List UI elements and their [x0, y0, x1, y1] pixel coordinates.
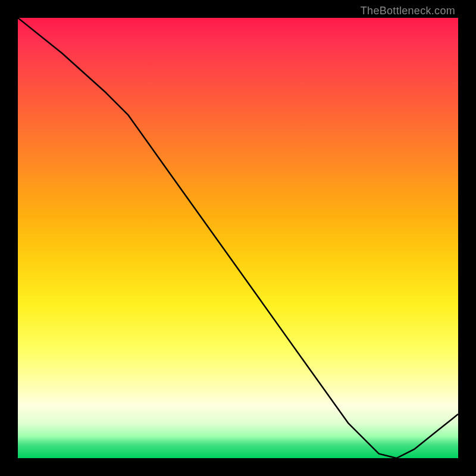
plot-area [18, 18, 458, 458]
chart-container: TheBottleneck.com [0, 0, 476, 476]
watermark-text: TheBottleneck.com [361, 5, 455, 17]
bottleneck-curve [18, 18, 458, 458]
